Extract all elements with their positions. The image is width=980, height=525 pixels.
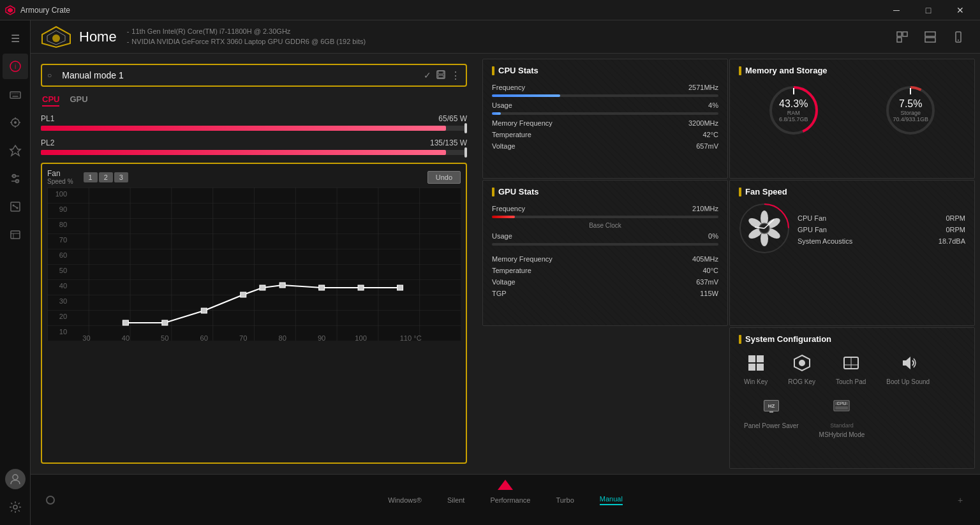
cpu-temp-row: Temperature 42°C xyxy=(492,129,718,140)
maximize-button[interactable]: □ xyxy=(914,0,943,20)
cpu-info: 11th Gen Intel(R) Core(TM) i7-11800H @ 2… xyxy=(131,27,290,35)
touchpad-label: Touch Pad xyxy=(836,378,866,385)
cpu-stats-card: CPU Stats Frequency 2571MHz Usage 4% xyxy=(482,59,728,179)
header: Home -11th Gen Intel(R) Core(TM) i7-1180… xyxy=(31,20,980,54)
gpu-fan-row: GPU Fan 0RPM xyxy=(798,226,965,233)
sidebar-item-controls[interactable] xyxy=(3,166,28,191)
sys-config-boot-sound[interactable]: Boot Up Sound xyxy=(881,350,935,389)
fan-undo-button[interactable]: Undo xyxy=(427,171,461,184)
mode-save-icon[interactable] xyxy=(436,70,445,81)
close-button[interactable]: ✕ xyxy=(946,0,975,20)
sys-config-mshybrid[interactable]: CPU Standard MSHybrid Mode xyxy=(814,394,870,442)
pl2-fill xyxy=(41,150,446,155)
mode-bar-performance[interactable]: Performance xyxy=(490,496,530,504)
svg-text:70: 70 xyxy=(239,335,248,341)
svg-text:30: 30 xyxy=(59,298,68,305)
svg-rect-34 xyxy=(903,32,907,36)
svg-text:80: 80 xyxy=(278,335,286,341)
mode-bar-plus[interactable]: + xyxy=(956,496,965,505)
sidebar-item-profile[interactable] xyxy=(3,466,28,492)
memory-storage-card: Memory and Storage 43. xyxy=(729,59,975,179)
svg-rect-93 xyxy=(757,364,764,371)
sidebar-item-settings[interactable] xyxy=(3,494,28,520)
gpu-voltage-value: 637mV xyxy=(696,278,718,286)
svg-rect-69 xyxy=(279,283,285,288)
gpu-fan-value: 0RPM xyxy=(946,226,965,233)
mode-bar-manual[interactable]: Manual xyxy=(600,495,623,505)
pl2-header: PL2 135/135 W xyxy=(41,138,467,147)
gpu-usage-label: Usage xyxy=(492,232,512,240)
pl2-value: 135/135 W xyxy=(430,138,467,147)
sys-config-win-key[interactable]: Win Key xyxy=(739,350,773,389)
pl2-track[interactable] xyxy=(41,150,467,155)
fan-chart[interactable]: 100 90 80 70 60 50 40 30 20 10 30 xyxy=(47,188,461,341)
app-body: ☰ i xyxy=(0,20,980,525)
svg-rect-71 xyxy=(358,285,364,290)
base-clock-label: Base Clock xyxy=(492,221,718,230)
sidebar-item-aura[interactable] xyxy=(3,110,28,135)
cpu-memfreq-label: Memory Frequency xyxy=(492,119,553,127)
fan-speed-title: Fan Speed xyxy=(739,187,965,196)
mode-bar-windows[interactable]: Windows® xyxy=(388,496,422,504)
svg-text:100: 100 xyxy=(355,335,367,341)
sys-config-touchpad[interactable]: Touch Pad xyxy=(831,350,871,389)
fan-speed-label: Speed % xyxy=(47,178,73,185)
win-key-label: Win Key xyxy=(744,378,768,385)
gpu-tgp-value: 115W xyxy=(700,290,718,297)
fan-preset-2[interactable]: 2 xyxy=(99,172,113,182)
tab-cpu[interactable]: CPU xyxy=(42,94,59,107)
gpu-frequency-bar xyxy=(492,216,718,218)
pl1-track[interactable] xyxy=(41,126,467,131)
sidebar-item-menu[interactable]: ☰ xyxy=(3,26,28,51)
svg-text:50: 50 xyxy=(161,335,169,341)
fan-label: Fan xyxy=(47,169,73,178)
sidebar-item-home[interactable]: i xyxy=(3,54,28,79)
pl1-handle[interactable] xyxy=(464,123,467,133)
svg-text:80: 80 xyxy=(59,221,68,228)
gpu-frequency-label: Frequency xyxy=(492,205,525,212)
mode-radio-left[interactable] xyxy=(46,496,55,505)
cpu-memfreq-value: 3200MHz xyxy=(688,119,718,127)
tab-gpu[interactable]: GPU xyxy=(70,94,87,107)
mode-radio-outer[interactable]: ○ xyxy=(47,71,52,80)
cpu-voltage-row: Voltage 657mV xyxy=(492,140,718,152)
svg-rect-107 xyxy=(835,406,848,410)
user-avatar xyxy=(5,469,26,489)
sys-config-row-1: Win Key ROG Key xyxy=(739,350,965,389)
header-actions xyxy=(891,26,970,48)
sidebar-item-library[interactable] xyxy=(3,222,28,248)
svg-rect-91 xyxy=(757,355,764,362)
cpu-fan-label: CPU Fan xyxy=(798,214,826,222)
gpu-usage-row: Usage 0% xyxy=(492,230,718,242)
minimize-button[interactable]: ─ xyxy=(882,0,911,20)
mode-indicator xyxy=(498,480,513,492)
mode-bar-silent[interactable]: Silent xyxy=(447,496,465,504)
pl2-handle[interactable] xyxy=(464,147,467,158)
fan-preset-buttons: 1 2 3 xyxy=(84,172,128,182)
sidebar-item-scenario[interactable] xyxy=(3,138,28,163)
storage-detail: 70.4/933.1GB xyxy=(893,116,928,122)
mode-dropdown[interactable]: Manual mode 1 Silent Performance Turbo xyxy=(57,68,419,83)
window-controls: ─ □ ✕ xyxy=(882,0,975,20)
fan-preset-1[interactable]: 1 xyxy=(84,172,98,182)
layout-grid-button[interactable] xyxy=(891,26,914,48)
sys-config-panel-power[interactable]: HZ Panel Power Saver xyxy=(739,394,804,442)
fan-chart-container: Fan Speed % 1 2 3 Undo xyxy=(41,163,467,464)
mshybrid-sub-label: Standard xyxy=(830,422,854,429)
pl1-row: PL1 65/65 W xyxy=(41,114,467,131)
svg-text:70: 70 xyxy=(59,237,68,244)
sidebar-item-keyboard[interactable] xyxy=(3,82,28,107)
mode-bar-radio-left xyxy=(46,496,55,505)
acoustics-row: System Acoustics 18.7dBA xyxy=(798,237,965,245)
pl1-label: PL1 xyxy=(41,114,54,123)
sys-config-rog-key[interactable]: ROG Key xyxy=(783,350,820,389)
sidebar-item-deals[interactable] xyxy=(3,194,28,219)
svg-text:60: 60 xyxy=(59,252,68,259)
layout-list-button[interactable] xyxy=(919,26,942,48)
mobile-view-button[interactable] xyxy=(947,26,970,48)
fan-preset-3[interactable]: 3 xyxy=(114,172,128,182)
mode-more-icon[interactable]: ⋮ xyxy=(450,70,461,82)
pl1-fill xyxy=(41,126,446,131)
mode-bar-turbo[interactable]: Turbo xyxy=(556,496,574,504)
mode-check-icon[interactable]: ✓ xyxy=(424,70,431,80)
